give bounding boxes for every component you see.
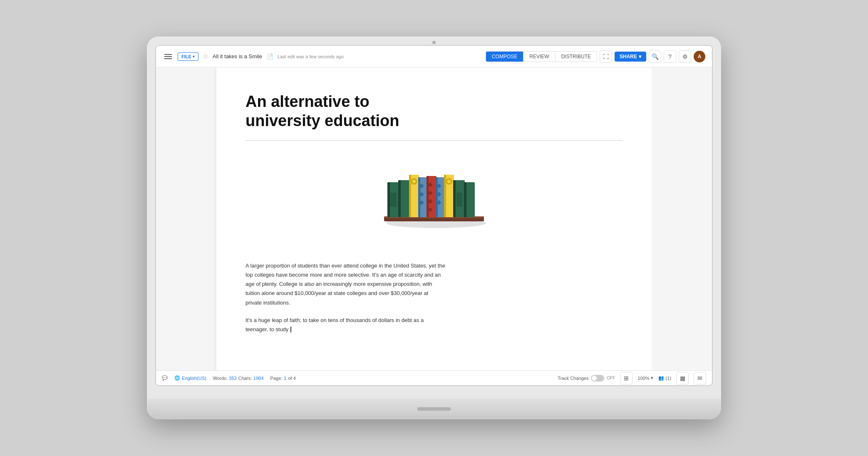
title-divider [246, 140, 622, 141]
laptop-base [147, 399, 721, 419]
text-cursor [290, 327, 291, 332]
svg-rect-18 [427, 176, 429, 217]
document-heading: An alternative to university education [246, 92, 445, 130]
file-button[interactable]: FILE ▾ [178, 52, 198, 61]
svg-rect-34 [456, 193, 462, 207]
comment-button[interactable]: 💬 [162, 375, 168, 381]
chars-label: Chars: [238, 376, 252, 381]
menu-icon[interactable] [163, 52, 174, 61]
file-chevron: ▾ [193, 55, 195, 59]
toolbar: FILE ▾ ☆ All it takes is a Smile 📄 Last … [156, 46, 712, 67]
book-illustration [363, 153, 505, 245]
document-title: All it takes is a Smile [213, 53, 262, 59]
main-area: An alternative to university education [156, 67, 712, 370]
status-bar: 💬 🌐 English(US) Words: 353 Chars: 1904 P… [156, 370, 712, 385]
zoom-level: 100% [637, 376, 649, 381]
page-of: of 4 [288, 376, 295, 381]
help-icon[interactable]: ? [664, 50, 676, 63]
left-panel [156, 67, 216, 370]
right-panel [652, 67, 712, 370]
grid-view-icon[interactable]: ⊞ [620, 372, 632, 384]
svg-point-11 [412, 180, 416, 183]
star-icon[interactable]: ☆ [203, 52, 208, 60]
last-edit-status: Last edit was a few seconds ago [278, 54, 344, 59]
chars-count: 1904 [253, 376, 263, 381]
document-page[interactable]: An alternative to university education [216, 67, 652, 370]
svg-rect-7 [398, 180, 401, 217]
words-label: Words: [213, 376, 228, 381]
laptop-frame: FILE ▾ ☆ All it takes is a Smile 📄 Last … [147, 37, 721, 419]
svg-rect-24 [436, 177, 438, 217]
tab-distribute[interactable]: DISTRIBUTE [556, 52, 597, 62]
status-right: Track Changes OFF ⊞ 100% ▾ 👥 (1) ▦ ✉ [558, 372, 706, 384]
laptop-notch [417, 407, 451, 411]
comment-icon: 💬 [162, 375, 168, 381]
camera [432, 41, 436, 44]
page-current: 1 [284, 376, 286, 381]
track-changes-label: Track Changes [558, 376, 588, 381]
collaborators-count: (1) [666, 376, 671, 381]
share-label: SHARE [620, 54, 637, 59]
share-button[interactable]: SHARE ▾ [615, 52, 646, 62]
save-icon: 📄 [266, 53, 273, 60]
paragraph-1: A larger proportion of students than eve… [246, 261, 445, 307]
track-changes-control[interactable]: Track Changes OFF [558, 375, 615, 382]
page-label: Page: [270, 376, 283, 381]
zoom-chevron: ▾ [651, 375, 653, 381]
track-state-label: OFF [607, 376, 615, 380]
settings-icon[interactable]: ⚙ [679, 50, 691, 63]
zoom-control[interactable]: 100% ▾ [637, 375, 653, 381]
word-count: Words: 353 Chars: 1904 [213, 376, 264, 381]
view-mode-icon[interactable]: ▦ [676, 372, 689, 384]
file-label: FILE [181, 54, 191, 59]
toolbar-right: COMPOSE REVIEW DISTRIBUTE ⛶ SHARE ▾ 🔍 ? … [486, 50, 705, 63]
search-icon[interactable]: 🔍 [649, 50, 661, 63]
svg-rect-13 [418, 177, 420, 217]
people-icon: 👥 [658, 375, 664, 381]
avatar[interactable]: A [694, 51, 705, 62]
svg-rect-4 [387, 182, 390, 217]
svg-rect-33 [453, 180, 456, 217]
present-icon[interactable]: ⛶ [600, 50, 612, 63]
page-indicator: Page: 1 of 4 [270, 376, 296, 381]
share-chevron: ▾ [639, 54, 641, 59]
language-selector[interactable]: 🌐 English(US) [174, 375, 206, 381]
words-count: 353 [229, 376, 236, 381]
mail-icon[interactable]: ✉ [694, 372, 706, 384]
svg-rect-36 [464, 182, 466, 217]
paragraph-2: It's a huge leap of faith; to take on te… [246, 316, 445, 334]
tab-compose[interactable]: COMPOSE [486, 52, 523, 62]
collaborators[interactable]: 👥 (1) [658, 375, 671, 381]
svg-point-31 [447, 180, 451, 183]
view-tabs: COMPOSE REVIEW DISTRIBUTE [486, 51, 597, 62]
track-changes-toggle[interactable] [591, 375, 604, 382]
language-label: English(US) [182, 376, 206, 381]
language-icon: 🌐 [174, 375, 180, 381]
screen: FILE ▾ ☆ All it takes is a Smile 📄 Last … [155, 45, 713, 386]
svg-rect-5 [390, 193, 397, 207]
tab-review[interactable]: REVIEW [523, 52, 555, 62]
